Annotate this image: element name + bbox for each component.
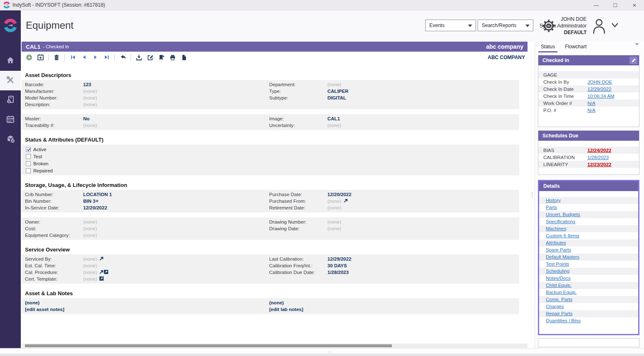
window-titlebar: IndySoft - INDYSOFT (Session: #617818) —… [0, 0, 644, 10]
checkbox-repaired[interactable] [26, 168, 31, 173]
field-row: Equipment Category:(none) [25, 232, 269, 239]
checkbox-label: Broken [33, 161, 48, 166]
empty-panel-box [538, 338, 639, 347]
add-record-icon[interactable] [25, 53, 33, 62]
minimize-button[interactable]: — [587, 0, 606, 10]
events-dropdown[interactable]: Events [425, 20, 476, 31]
checkbox-row-broken[interactable]: Broken [22, 160, 519, 167]
open-window-icon[interactable] [104, 269, 109, 275]
details-link-parts[interactable]: Parts [539, 204, 638, 211]
details-link-quantities-bins[interactable]: Quantities / Bins [539, 317, 638, 324]
details-link-custom-6-items[interactable]: Custom 6 Items [539, 232, 638, 239]
user-menu-chevron-icon[interactable] [611, 22, 619, 30]
field-value: No [83, 116, 89, 121]
company-name-upper: ABC COMPANY [488, 55, 525, 60]
checkbox-row-test[interactable]: Test [22, 153, 519, 160]
details-link-comp-parts[interactable]: Comp. Parts [539, 296, 638, 303]
details-link-attributes[interactable]: Attributes [539, 239, 638, 246]
document-icon[interactable] [180, 53, 188, 62]
sidebar-item-equipment[interactable] [0, 71, 21, 90]
add-bin-icon[interactable]: + [95, 199, 99, 203]
field-row: Subtype:DIGITAL [269, 95, 502, 101]
tab-flowchart[interactable]: Flowchart [562, 42, 589, 52]
open-window-icon[interactable] [99, 276, 104, 282]
sidebar-item-home[interactable] [0, 51, 21, 71]
edit-lab-notes-link[interactable]: [edit lab notes] [269, 306, 502, 313]
details-link-child-equip[interactable]: Child Equip. [539, 282, 638, 289]
check-in-time-link[interactable]: 10:06:24 AM [587, 94, 614, 99]
details-link-scheduling[interactable]: Scheduling [539, 268, 638, 275]
work-order-link[interactable]: N/A [587, 101, 595, 106]
details-link-uncert-budgets[interactable]: Uncert. Budgets [539, 211, 638, 218]
undo-icon[interactable] [119, 53, 127, 62]
close-button[interactable]: ✕ [625, 0, 644, 10]
schedules-due-title: Schedules Due [542, 133, 578, 139]
sidebar-item-assets[interactable] [0, 129, 21, 149]
field-row: Last Calibration:12/29/2022 [269, 256, 502, 262]
last-record-icon[interactable] [102, 53, 111, 62]
home-icon [5, 55, 15, 67]
details-link-machines[interactable]: Machines [539, 225, 638, 232]
resize-grip[interactable]: ... [328, 349, 332, 353]
checkbox-row-active[interactable]: Active [22, 146, 519, 153]
field-value: 12/20/2022 [327, 192, 352, 197]
panel-chevron-down-icon[interactable] [635, 43, 639, 45]
checkbox-test[interactable] [26, 154, 31, 159]
details-link-history[interactable]: History [539, 197, 638, 204]
details-link-spare-parts[interactable]: Spare Parts [539, 246, 638, 254]
service-overview-group: Serviced By:(none) Est. Cal. Time:(none)… [22, 254, 519, 284]
details-link-specifications[interactable]: Specifications [539, 218, 638, 225]
field-value: (none) [83, 256, 97, 261]
pencil-icon[interactable] [629, 57, 637, 64]
checkbox-broken[interactable] [26, 161, 31, 166]
import-icon[interactable] [135, 53, 143, 62]
calendar-add-icon[interactable] [36, 53, 45, 62]
search-reports-dropdown[interactable]: Search/Reports [478, 20, 533, 31]
details-link-notes-docs[interactable]: Notes/Docs [539, 275, 638, 282]
delete-icon[interactable] [52, 53, 61, 62]
checkbox-row-repaired[interactable]: Repaired [22, 167, 519, 174]
schedule-date-link[interactable]: 12/24/2022 [587, 148, 612, 153]
checked-in-title: Checked In [542, 57, 569, 63]
checkbox-active[interactable] [26, 147, 31, 152]
tab-status[interactable]: Status [538, 42, 557, 52]
field-value: LOCATION 1 [83, 192, 112, 197]
schedule-date-link[interactable]: 1/28/2023 [587, 155, 609, 160]
check-in-by-link[interactable]: JOHN DOE [587, 80, 612, 85]
svg-text:$: $ [8, 100, 10, 103]
edit-asset-notes-link[interactable]: [edit asset notes] [25, 306, 269, 313]
details-link-repair-parts[interactable]: Repair Parts [539, 310, 638, 317]
field-value: 12/29/2022 [327, 256, 352, 261]
details-link-default-masters[interactable]: Default Masters [539, 254, 638, 261]
bookmark-add-icon[interactable] [157, 53, 166, 62]
details-link-charges[interactable]: Charges [539, 303, 638, 310]
previous-record-icon[interactable] [80, 53, 88, 62]
user-info[interactable]: JOHN DOE System Administrator DEFAULT [540, 16, 587, 36]
check-in-date-link[interactable]: 12/29/2022 [587, 87, 612, 92]
panel-splitter-handle[interactable] [531, 189, 533, 200]
next-record-icon[interactable] [91, 53, 99, 62]
avatar-icon[interactable] [591, 17, 607, 37]
popout-icon[interactable] [99, 256, 104, 262]
sidebar-item-billing[interactable]: $ [0, 90, 21, 110]
popout-icon[interactable] [99, 270, 104, 275]
print-icon[interactable] [168, 53, 177, 62]
scrollbar-thumb[interactable] [25, 344, 392, 347]
horizontal-scrollbar[interactable] [22, 344, 528, 348]
app-header: Equipment Events Search/Reports JOHN DOE… [21, 10, 644, 42]
maximize-button[interactable]: ☐ [606, 0, 625, 10]
sidebar-item-calendar[interactable] [0, 110, 21, 129]
details-link-backup-equip[interactable]: Backup Equip. [539, 289, 638, 296]
checked-in-row: P.O. #N/A [538, 107, 639, 114]
field-row: Cal. Procedure:(none) [25, 269, 269, 276]
po-number-link[interactable]: N/A [587, 108, 595, 113]
details-link-test-points[interactable]: Test Points [539, 261, 638, 268]
first-record-icon[interactable] [69, 53, 77, 62]
popout-icon[interactable] [343, 199, 348, 204]
edit-icon[interactable] [146, 53, 154, 62]
schedule-date-link[interactable]: 12/23/2022 [587, 162, 612, 167]
field-value: CAL1 [327, 116, 340, 121]
field-row: Uncertainty:(none) [269, 122, 502, 129]
taskbar-sliver [0, 354, 644, 356]
asset-id: CAL1 [26, 44, 40, 50]
